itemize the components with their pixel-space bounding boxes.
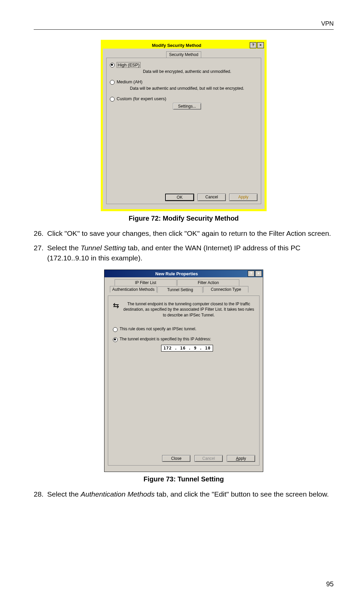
figure73-caption: Figure 73: Tunnel Setting <box>34 475 334 483</box>
step-28-em: Authentication Methods <box>81 490 154 498</box>
dialog1-titlebar: Modify Security Method ? × <box>103 42 265 49</box>
dialog1-title: Modify Security Method <box>103 43 250 48</box>
radio-medium-ah-desc: Data will be authentic and unmodified, b… <box>117 86 257 91</box>
figure72-caption: Figure 72: Modify Security Method <box>34 215 334 222</box>
dialog2-title: New Rule Properties <box>105 271 248 276</box>
ok-button[interactable]: OK <box>165 194 194 201</box>
step-26-num: 26. <box>34 228 47 238</box>
apply-button-label: pply <box>239 456 246 461</box>
close-icon[interactable]: × <box>255 271 262 277</box>
help-icon[interactable]: ? <box>248 271 254 277</box>
step-27-pre: Select the <box>47 244 81 252</box>
tab-ip-filter-list[interactable]: IP Filter List <box>115 279 177 286</box>
step-27-text: Select the Tunnel Setting tab, and enter… <box>47 243 334 263</box>
tab-authentication-methods[interactable]: Authentication Methods <box>110 286 157 292</box>
apply-button[interactable]: Apply <box>227 455 255 462</box>
tab-security-method[interactable]: Security Method <box>166 51 202 58</box>
modify-security-dialog: Modify Security Method ? × Security Meth… <box>101 40 267 211</box>
radio-no-tunnel-label: This rule does not specify an IPSec tunn… <box>120 327 196 331</box>
radio-high-esp[interactable] <box>110 63 115 67</box>
step-28-text: Select the Authentication Methods tab, a… <box>47 489 334 499</box>
tab-tunnel-setting[interactable]: Tunnel Setting <box>157 286 203 293</box>
step-28-post: tab, and click the "Edit" button to see … <box>155 490 329 498</box>
dialog2-tabs: IP Filter List Filter Action Authenticat… <box>108 279 260 294</box>
page-number: 95 <box>34 580 334 588</box>
tab-connection-type[interactable]: Connection Type <box>203 286 248 292</box>
radio-no-tunnel[interactable] <box>113 327 118 332</box>
close-button[interactable]: Close <box>162 455 190 462</box>
cancel-button[interactable]: Cancel <box>198 194 226 201</box>
new-rule-properties-dialog: New Rule Properties ? × IP Filter List F… <box>104 270 263 472</box>
radio-tunnel-ip-label: The tunnel endpoint is specified by this… <box>120 337 211 341</box>
radio-medium-ah[interactable] <box>110 80 115 85</box>
radio-tunnel-ip[interactable] <box>113 337 118 342</box>
radio-custom[interactable] <box>110 97 115 102</box>
tunnel-info-text: The tunnel endpoint is the tunneling com… <box>123 301 254 318</box>
step-26-text: Click "OK" to save your changes, then cl… <box>47 228 334 238</box>
radio-custom-label: Custom (for expert users) <box>117 96 166 101</box>
tunnel-setting-panel: ⇆ The tunnel endpoint is the tunneling c… <box>108 296 260 466</box>
page-header-section: VPN <box>34 20 334 30</box>
step-28-num: 28. <box>34 489 47 499</box>
apply-button[interactable]: Apply <box>229 194 257 201</box>
close-icon[interactable]: × <box>257 42 264 48</box>
cancel-button: Cancel <box>194 455 223 462</box>
tunnel-ip-input[interactable]: 172 . 16 . 9 . 10 <box>161 345 213 352</box>
help-icon[interactable]: ? <box>250 42 256 48</box>
radio-high-esp-desc: Data will be encrypted, authentic and un… <box>117 69 257 74</box>
tab-filter-action[interactable]: Filter Action <box>177 279 239 286</box>
tunnel-icon: ⇆ <box>113 301 119 318</box>
dialog2-titlebar: New Rule Properties ? × <box>104 270 263 277</box>
radio-medium-ah-label: Medium (AH) <box>117 79 143 84</box>
step-27-num: 27. <box>34 243 47 263</box>
settings-button[interactable]: Settings... <box>173 103 201 110</box>
radio-high-esp-label: High (ESP) <box>117 62 141 68</box>
step-27-em: Tunnel Setting <box>81 244 126 252</box>
step-28-pre: Select the <box>47 490 81 498</box>
